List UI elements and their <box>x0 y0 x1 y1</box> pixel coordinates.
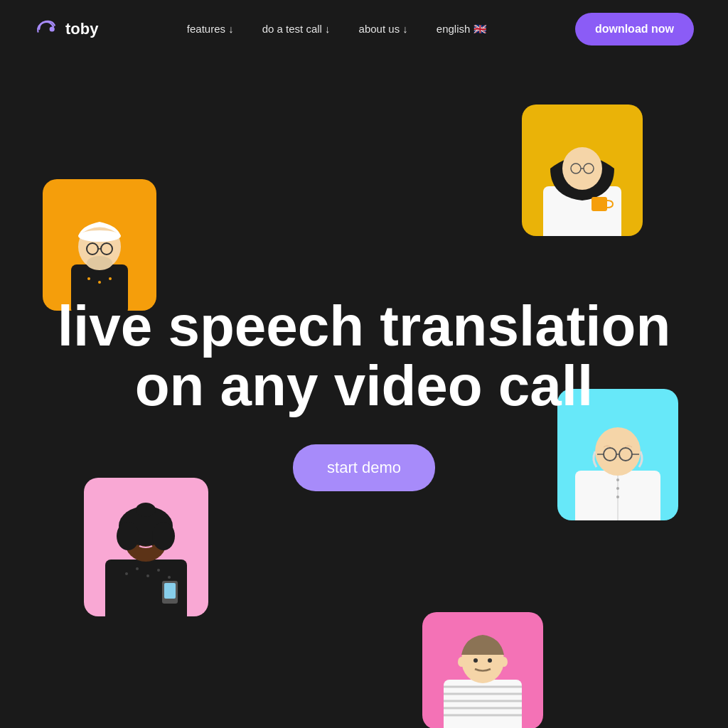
svg-point-0 <box>50 26 55 31</box>
download-now-button[interactable]: download now <box>575 13 694 46</box>
svg-rect-35 <box>164 583 176 599</box>
nav-link-about-us[interactable]: about us ↓ <box>359 23 408 35</box>
hero-title: live speech translation on any video cal… <box>58 296 671 416</box>
hero-title-live: live speech translation <box>58 294 671 358</box>
svg-point-9 <box>98 281 101 284</box>
svg-point-21 <box>616 496 619 498</box>
svg-point-3 <box>78 230 121 242</box>
svg-point-33 <box>168 576 171 579</box>
character-card-striped-man <box>422 612 543 728</box>
nav-item-language[interactable]: english 🇬🇧 <box>437 23 487 36</box>
svg-point-31 <box>146 574 149 577</box>
svg-point-29 <box>125 572 128 575</box>
character-card-afro-woman <box>84 478 208 616</box>
svg-point-32 <box>157 569 160 572</box>
svg-point-40 <box>136 503 156 517</box>
svg-point-19 <box>616 478 619 481</box>
logo[interactable]: toby <box>34 16 98 42</box>
svg-point-38 <box>117 522 139 550</box>
hero-title-video: on any video call <box>135 354 594 417</box>
svg-point-51 <box>488 658 492 663</box>
logo-icon <box>34 16 60 42</box>
character-card-turban-man <box>43 179 156 311</box>
start-demo-button[interactable]: start demo <box>293 444 435 491</box>
nav-links: features ↓ do a test call ↓ about us ↓ e… <box>187 23 487 36</box>
svg-point-48 <box>458 657 465 667</box>
nav-link-language[interactable]: english 🇬🇧 <box>437 23 487 35</box>
svg-point-20 <box>616 487 619 490</box>
svg-point-50 <box>473 658 478 663</box>
svg-rect-16 <box>592 197 607 211</box>
svg-point-8 <box>87 277 90 280</box>
svg-point-49 <box>500 657 508 667</box>
svg-point-7 <box>87 256 112 270</box>
logo-text: toby <box>65 20 98 38</box>
svg-point-22 <box>595 427 641 476</box>
nav-item-test-call[interactable]: do a test call ↓ <box>262 23 331 36</box>
nav-link-test-call[interactable]: do a test call ↓ <box>262 23 331 35</box>
navbar: toby features ↓ do a test call ↓ about u… <box>0 0 728 58</box>
nav-item-features[interactable]: features ↓ <box>187 23 234 36</box>
svg-point-10 <box>109 277 112 280</box>
nav-item-about-us[interactable]: about us ↓ <box>359 23 408 36</box>
svg-point-30 <box>136 567 139 570</box>
nav-link-features[interactable]: features ↓ <box>187 23 234 35</box>
svg-point-39 <box>152 522 175 550</box>
hero-section: live speech translation on any video cal… <box>0 58 728 728</box>
character-card-hijab-woman <box>522 105 643 236</box>
